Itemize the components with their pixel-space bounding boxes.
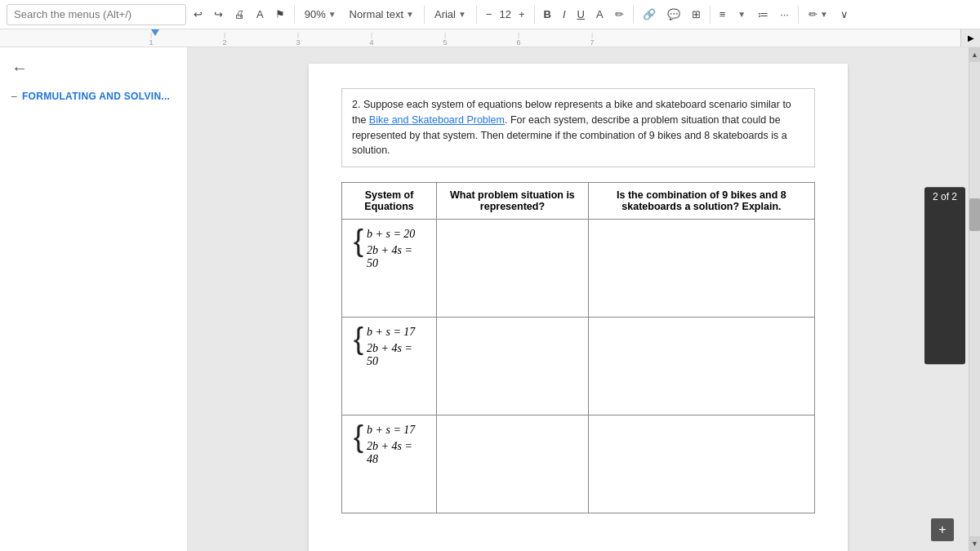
ruler-mark-3: 3 — [261, 31, 335, 47]
divider-4 — [534, 6, 535, 24]
zoom-chevron-icon: ▼ — [328, 10, 336, 19]
table-cell-eq2[interactable]: { b + s = 17 2b + 4s = 50 — [342, 318, 437, 415]
align-button[interactable]: ≡ — [715, 3, 730, 26]
style-dropdown[interactable]: Normal text ▼ — [345, 3, 419, 26]
ruler-mark-7: 7 — [555, 31, 629, 47]
scroll-up-arrow[interactable]: ▲ — [969, 47, 980, 62]
table-cell-situation-1[interactable] — [437, 220, 589, 318]
zoom-dropdown[interactable]: 90% ▼ — [300, 3, 341, 26]
equation-system-3: { b + s = 17 2b + 4s = 48 — [354, 424, 425, 466]
align-dropdown[interactable]: ▼ — [733, 3, 751, 26]
question-text-box: 2. Suppose each system of equations belo… — [341, 88, 815, 167]
scroll-thumb[interactable] — [969, 198, 980, 231]
format-paint-button[interactable]: A — [252, 3, 268, 26]
redo-button[interactable]: ↪ — [210, 3, 227, 26]
underline-button[interactable]: U — [573, 3, 589, 26]
document-area[interactable]: 2. Suppose each system of equations belo… — [188, 47, 969, 551]
ruler: 1 2 3 4 5 6 7 ▶ — [0, 29, 980, 47]
sidebar: ← – FORMULATING AND SOLVIN... — [0, 47, 188, 551]
equation-system-2: { b + s = 17 2b + 4s = 50 — [354, 326, 425, 368]
table-header-system: System of Equations — [342, 183, 437, 220]
ruler-mark-2: 2 — [188, 31, 261, 47]
table-cell-situation-2[interactable] — [437, 318, 589, 415]
eq-line-1b: 2b + 4s = 50 — [367, 244, 425, 270]
table-header-problem: What problem situation is represented? — [437, 183, 589, 220]
brace-icon-3: { — [354, 422, 363, 451]
ruler-marks: 1 2 3 4 5 6 7 — [0, 29, 980, 47]
table-cell-eq3[interactable]: { b + s = 17 2b + 4s = 48 — [342, 415, 437, 513]
italic-button[interactable]: I — [559, 3, 570, 26]
font-plus-button[interactable]: + — [514, 3, 529, 26]
edit-mode-dropdown[interactable]: ✏ ▼ — [804, 3, 833, 26]
eq-lines-3: b + s = 17 2b + 4s = 48 — [367, 424, 425, 466]
main-layout: ← – FORMULATING AND SOLVIN... 2. Suppose… — [0, 47, 980, 551]
flag-button[interactable]: ⚑ — [271, 3, 289, 26]
font-value: Arial — [434, 8, 456, 20]
table-cell-situation-3[interactable] — [437, 415, 589, 513]
equations-table: System of Equations What problem situati… — [341, 182, 815, 513]
align-chevron-icon: ▼ — [737, 10, 746, 19]
list-button[interactable]: ≔ — [754, 3, 773, 26]
eq-line-3b: 2b + 4s = 48 — [367, 440, 425, 466]
equation-system-1: { b + s = 20 2b + 4s = 50 — [354, 228, 425, 270]
eq-line-1a: b + s = 20 — [367, 228, 425, 241]
ruler-mark-1: 1 — [114, 31, 188, 47]
sidebar-item-label: FORMULATING AND SOLVIN... — [22, 91, 170, 102]
table-row: { b + s = 20 2b + 4s = 50 — [342, 220, 815, 318]
eq-lines-2: b + s = 17 2b + 4s = 50 — [367, 326, 425, 368]
toolbar: ↩ ↪ 🖨 A ⚑ 90% ▼ Normal text ▼ Arial ▼ − … — [0, 0, 980, 29]
font-chevron-icon: ▼ — [458, 10, 466, 19]
text-color-button[interactable]: A — [592, 3, 608, 26]
collapse-button[interactable]: ∨ — [836, 3, 853, 26]
eq-line-3a: b + s = 17 — [367, 424, 425, 437]
print-button[interactable]: 🖨 — [230, 3, 249, 26]
add-page-button[interactable]: + — [931, 518, 954, 541]
ruler-mark-4: 4 — [335, 31, 408, 47]
table-header-row: System of Equations What problem situati… — [342, 183, 815, 220]
scroll-down-arrow[interactable]: ▼ — [969, 536, 980, 551]
eq-lines-1: b + s = 20 2b + 4s = 50 — [367, 228, 425, 270]
table-cell-solution-1[interactable] — [588, 220, 814, 318]
right-scrollbar[interactable]: ▲ ▼ — [969, 47, 980, 551]
image-insert-button[interactable]: ⊞ — [688, 3, 705, 26]
sidebar-back-button[interactable]: ← — [7, 57, 33, 79]
table-row: { b + s = 17 2b + 4s = 50 — [342, 318, 815, 415]
brace-icon-1: { — [354, 226, 363, 256]
brace-icon-2: { — [354, 324, 363, 353]
table-cell-eq1[interactable]: { b + s = 20 2b + 4s = 50 — [342, 220, 437, 318]
more-options-button[interactable]: ··· — [776, 3, 793, 26]
zoom-value: 90% — [305, 8, 326, 20]
font-dropdown[interactable]: Arial ▼ — [430, 3, 471, 26]
sidebar-dash: – — [11, 91, 17, 102]
question-text-content: 2. Suppose each system of equations belo… — [352, 99, 791, 156]
table-cell-solution-2[interactable] — [588, 318, 814, 415]
highlight-button[interactable]: ✏ — [611, 3, 628, 26]
page-indicator: 2 of 2 — [924, 187, 965, 365]
style-chevron-icon: ▼ — [406, 10, 414, 19]
ruler-mark-5: 5 — [408, 31, 482, 47]
table-row: { b + s = 17 2b + 4s = 48 — [342, 415, 815, 513]
edit-icon: ✏ — [808, 8, 817, 20]
divider-3 — [476, 6, 477, 24]
style-value: Normal text — [350, 8, 403, 20]
eq-line-2b: 2b + 4s = 50 — [367, 342, 425, 368]
eq-line-2a: b + s = 17 — [367, 326, 425, 339]
bold-button[interactable]: B — [540, 3, 555, 26]
comment-button[interactable]: 💬 — [663, 3, 684, 26]
divider-5 — [633, 6, 634, 24]
font-size-display: 12 — [500, 8, 511, 20]
search-input[interactable] — [7, 4, 186, 25]
table-cell-solution-3[interactable] — [588, 415, 814, 513]
divider-2 — [424, 6, 425, 24]
table-header-solution: Is the combination of 9 bikes and 8 skat… — [588, 183, 814, 220]
divider-6 — [710, 6, 710, 24]
sidebar-item-formulating[interactable]: – FORMULATING AND SOLVIN... — [7, 87, 180, 105]
ruler-scroll-button[interactable]: ▶ — [960, 29, 980, 47]
divider-7 — [798, 6, 799, 24]
bike-skateboard-link[interactable]: Bike and Skateboard Problem — [369, 114, 505, 126]
link-button[interactable]: 🔗 — [639, 3, 660, 26]
document: 2. Suppose each system of equations belo… — [309, 64, 848, 551]
font-minus-button[interactable]: − — [482, 3, 497, 26]
undo-button[interactable]: ↩ — [189, 3, 207, 26]
divider-1 — [294, 6, 295, 24]
